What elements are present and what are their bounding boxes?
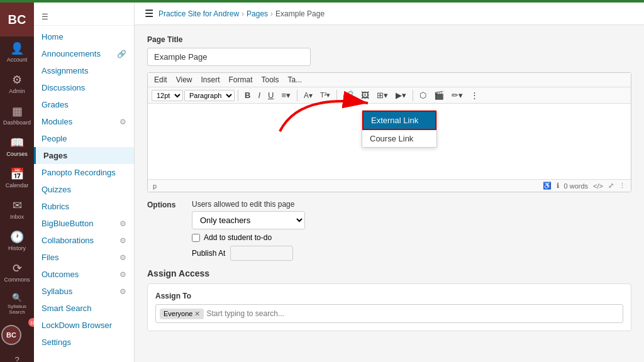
rte-bold-button[interactable]: B — [242, 89, 253, 101]
account-icon: 👤 — [10, 41, 24, 55]
rte-paragraph-indicator: p — [153, 182, 157, 190]
rte-menu-format[interactable]: Format — [225, 74, 257, 85]
sidebar-item-outcomes[interactable]: Outcomes ⚙ — [34, 266, 134, 283]
rte-italic-button[interactable]: I — [255, 89, 264, 101]
rte-html-button[interactable]: </> — [593, 182, 603, 190]
side-navigation: ☰ Home Announcements 🔗 Assignments Discu… — [34, 3, 135, 362]
everyone-tag-close[interactable]: ✕ — [194, 310, 200, 318]
publish-at-label: Publish At — [192, 249, 225, 258]
student-todo-row: Add to student to-do — [192, 233, 305, 242]
student-todo-checkbox[interactable] — [192, 234, 200, 242]
insert-link-dropdown: External Link Course Link — [362, 110, 437, 148]
nav-item-dashboard[interactable]: ▦ Dashboard — [0, 99, 34, 131]
rte-more-options-button[interactable]: ⋮ — [619, 182, 626, 190]
assign-search-input[interactable] — [206, 309, 619, 318]
rte-media-button[interactable]: ▶▾ — [392, 89, 409, 101]
bigbluebutton-settings-icon: ⚙ — [119, 219, 126, 228]
rte-menu-edit[interactable]: Edit — [150, 74, 171, 85]
icon-navigation: BC 👤 Account ⚙ Admin ▦ Dashboard 📖 Cours… — [0, 3, 34, 362]
rte-color-button[interactable]: A▾ — [301, 90, 316, 101]
users-edit-label: Users allowed to edit this page — [192, 200, 305, 209]
sidebar-item-modules[interactable]: Modules ⚙ — [34, 113, 134, 130]
course-link-option[interactable]: Course Link — [362, 130, 436, 147]
nav-item-notifications[interactable]: BC 10 — [0, 320, 34, 350]
notification-badge: 10 — [28, 318, 34, 327]
page-title-label: Page Title — [147, 35, 631, 44]
sidebar-item-lockdown-browser[interactable]: LockDown Browser — [34, 317, 134, 334]
sidebar-item-announcements[interactable]: Announcements 🔗 — [34, 45, 134, 62]
rte-menu-view[interactable]: View — [172, 74, 196, 85]
sidebar-item-assignments[interactable]: Assignments — [34, 62, 134, 79]
rte-expand-button[interactable]: ⤢ — [608, 182, 614, 190]
breadcrumb-site[interactable]: Practice Site for Andrew — [158, 9, 239, 18]
inbox-icon: ✉ — [13, 199, 22, 212]
files-settings-icon: ⚙ — [119, 253, 126, 262]
assign-access-section: Assign Access Assign To Everyone ✕ — [147, 268, 631, 331]
nav-item-calendar[interactable]: 📅 Calendar — [0, 162, 34, 194]
hamburger-icon[interactable]: ☰ — [145, 8, 153, 19]
rte-paragraph-style[interactable]: Paragraph — [184, 90, 235, 101]
sidebar-item-syllabus[interactable]: Syllabus ⚙ — [34, 283, 134, 300]
sidebar-item-settings[interactable]: Settings — [34, 334, 134, 351]
modules-settings-icon: ⚙ — [119, 118, 126, 126]
breadcrumb-sep2: › — [270, 9, 273, 18]
sidebar-item-files[interactable]: Files ⚙ — [34, 249, 134, 266]
rte-table-button[interactable]: ⊞▾ — [374, 89, 391, 101]
hamburger-menu[interactable]: ☰ — [42, 13, 48, 21]
rte-font-size[interactable]: 12pt — [152, 90, 183, 101]
nav-item-admin[interactable]: ⚙ Admin — [0, 68, 34, 99]
announcements-external-icon: 🔗 — [117, 50, 126, 58]
breadcrumb: Practice Site for Andrew › Pages › Examp… — [158, 9, 325, 18]
rte-tools-button[interactable]: ✏▾ — [448, 89, 466, 101]
users-edit-select[interactable]: Only teachers Teachers and students Anyo… — [192, 211, 305, 229]
app-logo[interactable]: BC — [0, 3, 34, 36]
user-avatar: BC — [1, 325, 21, 345]
sidebar-item-grades[interactable]: Grades — [34, 96, 134, 113]
rte-underline-button[interactable]: U — [265, 89, 277, 101]
rte-text-btn2[interactable]: T²▾ — [317, 90, 333, 101]
rte-menu-table[interactable]: Ta... — [284, 74, 306, 85]
nav-item-inbox[interactable]: ✉ Inbox — [0, 194, 34, 225]
rte-link-button[interactable]: 🔗 — [340, 89, 357, 101]
rte-accessibility-icon[interactable]: ♿ — [543, 182, 552, 190]
options-section: Options Users allowed to edit this page … — [147, 200, 631, 261]
rte-embed-button[interactable]: ⬡ — [416, 89, 430, 101]
nav-item-account[interactable]: 👤 Account — [0, 36, 34, 68]
assign-to-label: Assign To — [155, 292, 623, 300]
breadcrumb-pages[interactable]: Pages — [247, 9, 268, 18]
rte-record-button[interactable]: 🎬 — [431, 89, 447, 101]
page-title-input[interactable] — [147, 48, 311, 66]
options-label: Options — [147, 200, 175, 209]
rte-word-count: 0 words — [564, 182, 589, 190]
sidebar-item-panopto[interactable]: Panopto Recordings — [34, 164, 134, 181]
sidebar-item-bigbluebutton[interactable]: BigBlueButton ⚙ — [34, 215, 134, 232]
sidebar-item-rubrics[interactable]: Rubrics — [34, 198, 134, 215]
sidebar-item-discussions[interactable]: Discussions — [34, 79, 134, 96]
rte-image-button[interactable]: 🖼 — [358, 89, 372, 101]
rte-info-icon[interactable]: ℹ — [557, 182, 559, 190]
rte-more-button[interactable]: ⋮ — [467, 89, 482, 101]
nav-item-history[interactable]: 🕐 History — [0, 225, 34, 256]
sidebar-item-smart-search[interactable]: Smart Search — [34, 300, 134, 317]
sidebar-item-pages[interactable]: Pages — [34, 147, 134, 164]
external-link-option[interactable]: External Link — [362, 111, 436, 130]
assign-access-title: Assign Access — [147, 268, 631, 278]
options-content: Users allowed to edit this page Only tea… — [192, 200, 305, 261]
calendar-icon: 📅 — [10, 167, 24, 181]
breadcrumb-current: Example Page — [275, 9, 325, 18]
courses-icon: 📖 — [10, 136, 24, 150]
rte-align-button[interactable]: ≡▾ — [278, 89, 294, 101]
sidebar-item-collaborations[interactable]: Collaborations ⚙ — [34, 232, 134, 249]
assign-to-input[interactable]: Everyone ✕ — [155, 304, 623, 323]
sidebar-item-people[interactable]: People — [34, 130, 134, 147]
nav-item-commons[interactable]: ⟳ Commons — [0, 256, 34, 288]
nav-item-help[interactable]: ? Help — [0, 350, 34, 362]
main-content: Page Title Edit View Insert Format Tools… — [135, 25, 644, 362]
sidebar-item-home[interactable]: Home — [34, 28, 134, 45]
sidebar-item-quizzes[interactable]: Quizzes — [34, 181, 134, 198]
nav-item-courses[interactable]: 📖 Courses — [0, 131, 34, 162]
nav-item-syllabus-search[interactable]: 🔍 SyllabusSearch — [0, 288, 34, 320]
publish-at-input[interactable] — [230, 246, 293, 261]
rte-menu-tools[interactable]: Tools — [258, 74, 283, 85]
rte-menu-insert[interactable]: Insert — [197, 74, 223, 85]
